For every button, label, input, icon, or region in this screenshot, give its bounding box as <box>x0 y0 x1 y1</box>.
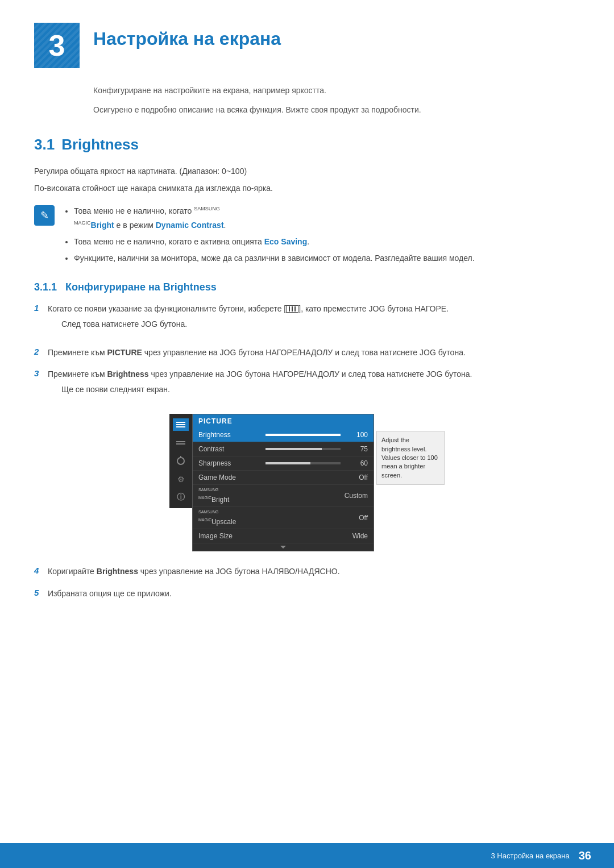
osd-label-brightness: Brightness <box>198 431 261 439</box>
brand-bright-text: Bright <box>91 221 114 230</box>
subsection-title: 3.1.1 Конфигуриране на Brightness <box>34 281 580 293</box>
osd-row-magicupscale: SAMSUNGMAGICUpscale Off <box>193 507 374 529</box>
chapter-number: 3 <box>49 28 65 63</box>
osd-icon-settings: ⚙ <box>173 473 189 485</box>
osd-icon-picture <box>173 418 189 431</box>
step-3: 3 Преминете към Brightness чрез управлен… <box>34 368 580 402</box>
pencil-icon: ✎ <box>40 209 49 222</box>
osd-val-gamemode: Off <box>359 474 368 481</box>
osd-sidebar: ⚙ ⓘ <box>169 414 192 508</box>
osd-val-magicupscale: Off <box>359 514 368 522</box>
subsection-number: 3.1.1 <box>34 281 57 293</box>
picture-bold: PICTURE <box>107 348 142 357</box>
section-title: 3.1 Brightness <box>34 136 580 153</box>
dynamic-contrast-text: Dynamic Contrast <box>156 221 224 230</box>
osd-label-gamemode: Game Mode <box>198 474 261 481</box>
picture-bars-icon <box>176 422 185 427</box>
osd-val-contrast: 75 <box>345 445 368 453</box>
osd-val-brightness: 100 <box>345 431 368 439</box>
equal-bar-1 <box>176 441 185 442</box>
step-3-sub: Ще се появи следният екран. <box>61 383 472 396</box>
osd-row-imagesize: Image Size Wide <box>193 529 374 543</box>
osd-row-brightness: Brightness 100 <box>193 428 374 442</box>
chapter-title: Настройка на екрана <box>93 23 281 49</box>
icon-bar-1 <box>176 422 185 423</box>
step-5-content: Избраната опция ще се приложи. <box>48 587 580 600</box>
osd-bar-fill-contrast <box>265 448 322 450</box>
page-header: 3 Настройка на екрана <box>0 0 614 80</box>
step-4-content: Коригирайте Brightness чрез управление н… <box>48 565 580 578</box>
menu-bars-icon <box>176 441 185 445</box>
step-5: 5 Избраната опция ще се приложи. <box>34 587 580 600</box>
step-1-content: Когато се появи указание за функционални… <box>48 302 449 315</box>
step-number-1: 1 <box>34 302 48 313</box>
brightness-bold-4: Brightness <box>97 567 138 576</box>
section-3-1: 3.1 Brightness Регулира общата яркост на… <box>0 119 614 600</box>
note-item-3: Функциите, налични за монитора, може да … <box>74 251 475 265</box>
steps-list: 1 Когато се появи указание за функционал… <box>34 302 580 402</box>
brightness-bold: Brightness <box>107 369 148 379</box>
steps-list-2: 4 Коригирайте Brightness чрез управление… <box>34 565 580 600</box>
osd-bar-fill-sharpness <box>265 462 310 464</box>
osd-container: ⚙ ⓘ PICTURE Brightness 100 <box>169 414 445 551</box>
page-footer: 3 Настройка на екрана 36 <box>0 843 614 868</box>
osd-val-sharpness: 60 <box>345 459 368 467</box>
osd-label-imagesize: Image Size <box>198 532 261 540</box>
osd-icon-eyecare <box>173 455 189 467</box>
gear-icon: ⚙ <box>177 475 185 484</box>
osd-label-sharpness: Sharpness <box>198 459 261 467</box>
subsection-heading: Конфигуриране на Brightness <box>65 281 217 293</box>
eco-saving-text: Eco Saving <box>264 237 307 246</box>
section-number: 3.1 <box>34 136 55 153</box>
note-icon: ✎ <box>34 205 55 226</box>
osd-val-magicbright: Custom <box>345 492 368 500</box>
osd-row-gamemode: Game Mode Off <box>193 471 374 485</box>
step-number-4: 4 <box>34 565 48 575</box>
osd-bar-fill-brightness <box>265 434 341 436</box>
step-4: 4 Коригирайте Brightness чрез управление… <box>34 565 580 578</box>
info-icon: ⓘ <box>177 492 185 502</box>
bar3 <box>294 306 296 312</box>
osd-bar-brightness <box>265 434 341 436</box>
note-item-2: Това меню не е налично, когато е активна… <box>74 235 475 249</box>
eye-icon <box>177 457 185 465</box>
section-desc1: Регулира общата яркост на картината. (Ди… <box>34 165 580 177</box>
osd-row-contrast: Contrast 75 <box>193 442 374 456</box>
step-2: 2 Преминете към PICTURE чрез управление … <box>34 346 580 359</box>
header-desc1: Конфигуриране на настройките на екрана, … <box>0 80 614 99</box>
step-number-5: 5 <box>34 587 48 597</box>
chapter-number-box: 3 <box>34 23 80 68</box>
arrow-down-icon <box>280 546 286 549</box>
osd-bar-sharpness <box>265 462 341 464</box>
step-1: 1 Когато се появи указание за функционал… <box>34 302 580 337</box>
osd-title: PICTURE <box>193 414 374 428</box>
samsung-sup-osd: SAMSUNGMAGIC <box>198 488 218 500</box>
step-number-3: 3 <box>34 368 48 378</box>
section-heading: Brightness <box>61 136 139 153</box>
osd-wrapper: ⚙ ⓘ PICTURE Brightness 100 <box>34 414 580 551</box>
osd-menu: PICTURE Brightness 100 Contrast 75 <box>192 414 374 551</box>
icon-bar-3 <box>176 426 185 427</box>
osd-label-magicupscale: SAMSUNGMAGICUpscale <box>198 510 261 526</box>
step-2-content: Преминете към PICTURE чрез управление на… <box>48 346 580 359</box>
osd-scroll-arrow <box>193 543 374 551</box>
step-1-sub: След това натиснете JOG бутона. <box>61 318 449 330</box>
bar2 <box>292 306 293 312</box>
icon-bar-2 <box>176 424 185 425</box>
osd-val-imagesize: Wide <box>352 532 368 540</box>
section-desc2: По-високата стойност ще накара снимката … <box>34 182 580 194</box>
menu-icon-inline <box>286 305 298 313</box>
osd-icon-menu <box>173 437 189 449</box>
samsung-sup2-osd: SAMSUNGMAGIC <box>198 510 218 522</box>
step-3-content: Преминете към Brightness чрез управление… <box>48 368 472 380</box>
equal-bar-2 <box>176 443 185 445</box>
osd-label-contrast: Contrast <box>198 445 261 453</box>
osd-label-magicbright: SAMSUNGMAGICBright <box>198 488 261 504</box>
header-desc2: Осигурено е подробно описание на всяка ф… <box>0 99 614 118</box>
step-number-2: 2 <box>34 346 48 356</box>
note-item-1: Това меню не е налично, когато SAMSUNGMA… <box>74 204 475 232</box>
footer-chapter-label: 3 Настройка на екрана <box>491 852 569 860</box>
osd-row-sharpness: Sharpness 60 <box>193 456 374 471</box>
notes-list: Това меню не е налично, когато SAMSUNGMA… <box>63 204 475 268</box>
notes-block: ✎ Това меню не е налично, когато SAMSUNG… <box>34 204 580 268</box>
